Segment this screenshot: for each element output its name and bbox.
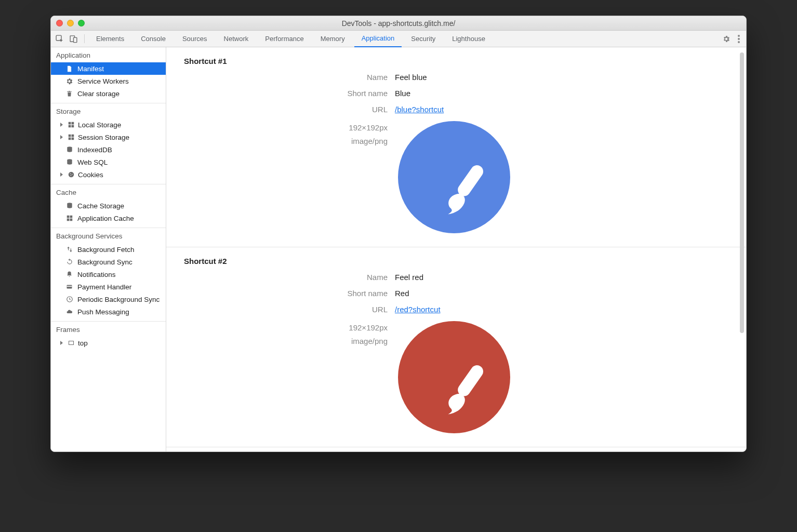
- svg-rect-21: [67, 216, 69, 218]
- sidebar-item-top[interactable]: top: [51, 337, 166, 349]
- sidebar-item-label: Cache Storage: [77, 202, 124, 210]
- manifest-main-pane: Shortcut #1NameFeel blueShort nameBlueUR…: [166, 47, 746, 451]
- sidebar-item-service-workers[interactable]: Service Workers: [51, 75, 166, 87]
- file-icon: [65, 65, 73, 73]
- gear-icon: [65, 77, 73, 85]
- sidebar-group-storage: Storage: [51, 103, 166, 118]
- sidebar-item-label: Session Storage: [78, 134, 129, 141]
- svg-point-3: [738, 35, 740, 37]
- sidebar-item-payment-handler[interactable]: Payment Handler: [51, 281, 166, 293]
- application-sidebar: ApplicationManifestService WorkersClear …: [51, 47, 166, 451]
- window-title: DevTools - app-shortcuts.glitch.me/: [51, 19, 746, 28]
- tab-sources[interactable]: Sources: [175, 31, 215, 47]
- shortcut-heading: Shortcut #1: [166, 57, 746, 65]
- sidebar-item-label: Application Cache: [77, 215, 134, 222]
- svg-rect-7: [71, 122, 74, 125]
- sidebar-item-cookies[interactable]: Cookies: [51, 168, 166, 181]
- expand-triangle-icon[interactable]: [60, 135, 63, 139]
- tab-performance[interactable]: Performance: [258, 31, 311, 47]
- card-icon: [65, 283, 73, 291]
- shortcut-url-link[interactable]: /blue?shortcut: [395, 105, 444, 114]
- sidebar-item-label: Notifications: [77, 271, 116, 278]
- sidebar-item-label: Web SQL: [77, 158, 108, 166]
- tab-console[interactable]: Console: [134, 31, 173, 47]
- sync-icon: [65, 258, 73, 266]
- sidebar-group-background-services: Background Services: [51, 228, 166, 243]
- shortcut-url-link[interactable]: /red?shortcut: [395, 305, 441, 314]
- cookie-icon: [67, 171, 75, 179]
- sidebar-item-clear-storage[interactable]: Clear storage: [51, 87, 166, 100]
- label-url: URL: [166, 305, 395, 314]
- label-name: Name: [166, 273, 395, 282]
- sidebar-item-cache-storage[interactable]: Cache Storage: [51, 200, 166, 212]
- svg-rect-2: [74, 37, 77, 42]
- sidebar-item-label: Background Sync: [77, 258, 132, 266]
- svg-rect-22: [70, 216, 72, 218]
- expand-triangle-icon[interactable]: [60, 172, 63, 177]
- inspect-element-icon[interactable]: [55, 34, 64, 43]
- sidebar-item-local-storage[interactable]: Local Storage: [51, 118, 166, 131]
- shortcut-icon-type: image/png: [166, 135, 388, 148]
- svg-rect-11: [71, 135, 74, 137]
- svg-rect-26: [67, 286, 72, 287]
- shortcut-block-2: Shortcut #2NameFeel redShort nameRedURL/…: [166, 247, 746, 447]
- db-icon: [65, 146, 73, 154]
- trash-icon: [65, 90, 73, 98]
- sidebar-item-label: Push Messaging: [77, 308, 129, 316]
- sidebar-item-label: Manifest: [77, 65, 104, 73]
- tab-elements[interactable]: Elements: [89, 31, 131, 47]
- grid-icon: [67, 121, 75, 129]
- sidebar-group-frames: Frames: [51, 322, 166, 337]
- sidebar-item-label: IndexedDB: [77, 146, 112, 154]
- tab-lighthouse[interactable]: Lighthouse: [445, 31, 493, 47]
- svg-point-4: [738, 38, 740, 40]
- svg-rect-12: [68, 138, 71, 140]
- shortcut-icon-preview: [398, 121, 510, 233]
- shortcut-name-value: Feel red: [395, 273, 423, 282]
- sidebar-item-background-sync[interactable]: Background Sync: [51, 256, 166, 268]
- scrollbar[interactable]: [740, 52, 744, 333]
- sidebar-item-label: Payment Handler: [77, 283, 131, 291]
- label-short-name: Short name: [166, 89, 395, 98]
- svg-point-16: [68, 172, 74, 178]
- sidebar-item-push-messaging[interactable]: Push Messaging: [51, 305, 166, 318]
- sidebar-item-background-fetch[interactable]: Background Fetch: [51, 243, 166, 256]
- sidebar-group-application: Application: [51, 47, 166, 62]
- sidebar-item-session-storage[interactable]: Session Storage: [51, 131, 166, 143]
- shortcut-icon-size: 192×192px: [166, 121, 388, 135]
- tab-memory[interactable]: Memory: [313, 31, 352, 47]
- db-icon: [65, 158, 73, 166]
- tab-security[interactable]: Security: [404, 31, 443, 47]
- tab-network[interactable]: Network: [217, 31, 256, 47]
- sidebar-item-label: Clear storage: [77, 90, 119, 98]
- svg-point-17: [70, 173, 71, 174]
- sidebar-item-label: Cookies: [78, 171, 103, 179]
- window-titlebar: DevTools - app-shortcuts.glitch.me/: [51, 16, 746, 31]
- frame-icon: [67, 339, 75, 347]
- shortcut-heading: Shortcut #2: [166, 257, 746, 265]
- sidebar-item-periodic-background-sync[interactable]: Periodic Background Sync: [51, 293, 166, 305]
- expand-triangle-icon[interactable]: [60, 341, 63, 345]
- more-icon[interactable]: [738, 35, 740, 43]
- settings-icon[interactable]: [722, 35, 730, 43]
- sidebar-item-web-sql[interactable]: Web SQL: [51, 156, 166, 168]
- svg-rect-9: [71, 125, 74, 128]
- svg-rect-29: [455, 163, 485, 198]
- shortcut-name-value: Feel blue: [395, 73, 427, 82]
- tab-application[interactable]: Application: [354, 31, 402, 47]
- sidebar-item-label: Local Storage: [78, 121, 121, 129]
- sidebar-item-indexeddb[interactable]: IndexedDB: [51, 143, 166, 156]
- shortcut-icon-preview: [398, 321, 510, 433]
- expand-triangle-icon[interactable]: [60, 123, 63, 127]
- sidebar-item-manifest[interactable]: Manifest: [51, 62, 166, 75]
- clock-icon: [65, 296, 73, 303]
- shortcut-shortname-value: Blue: [395, 89, 410, 98]
- svg-rect-10: [68, 135, 71, 137]
- updown-icon: [65, 246, 73, 254]
- shortcut-icon-size: 192×192px: [166, 321, 388, 335]
- sidebar-item-application-cache[interactable]: Application Cache: [51, 212, 166, 224]
- shortcut-icon-type: image/png: [166, 335, 388, 348]
- sidebar-item-notifications[interactable]: Notifications: [51, 268, 166, 281]
- sidebar-item-label: Periodic Background Sync: [77, 296, 160, 303]
- toggle-device-icon[interactable]: [69, 34, 78, 43]
